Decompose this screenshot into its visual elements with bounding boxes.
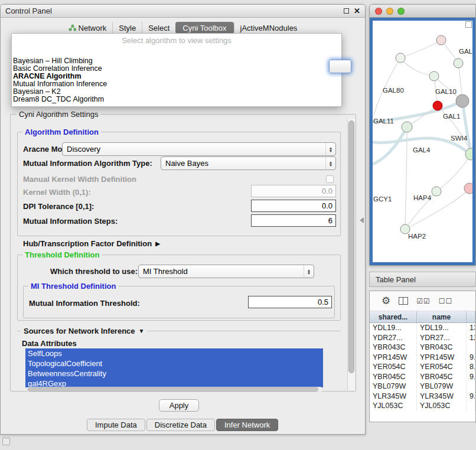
network-tab-icon xyxy=(69,24,76,31)
node[interactable] xyxy=(454,58,463,68)
dpi-tolerance-label: DPI Tolerance [0,1]: xyxy=(23,202,94,211)
manual-kernel-checkbox[interactable] xyxy=(326,175,334,183)
algorithm-option[interactable]: Mutual Information Inference xyxy=(12,80,341,88)
data-attributes-list: SelfLoops TopologicalCoefficient Between… xyxy=(25,348,323,387)
list-hscrollbar[interactable] xyxy=(27,387,323,392)
gear-icon[interactable]: ⚙ xyxy=(382,295,390,307)
table-row[interactable]: YJL053CYJL053C xyxy=(370,401,475,411)
mi-threshold-label: Mutual Information Threshold: xyxy=(29,299,140,308)
list-item[interactable]: BetweennessCentrality xyxy=(25,369,323,379)
tab-discretize-data[interactable]: Discretize Data xyxy=(146,419,215,431)
hub-definition-expander[interactable]: Hub/Transcription Factor Definition ▶ xyxy=(23,239,160,248)
tab-infer-network[interactable]: Infer Network xyxy=(216,419,278,431)
table-row[interactable]: YPR145WYPR145W9. xyxy=(370,353,475,363)
tab-cyni-toolbox[interactable]: Cyni Toolbox xyxy=(175,22,233,34)
control-panel-titlebar: Control Panel ✕ xyxy=(1,5,365,18)
close-icon[interactable]: ✕ xyxy=(354,8,360,14)
network-view-window: GAL GAL80 GAL10 GAL11 GAL1 SWI4 GAL4 GCY… xyxy=(369,4,476,266)
mi-threshold-group-title: MI Threshold Definition xyxy=(28,282,118,291)
table-row[interactable]: YER054CYER054C8. xyxy=(370,362,475,372)
mi-threshold-field[interactable]: 0.5 xyxy=(248,296,332,308)
node[interactable] xyxy=(429,71,439,81)
algorithm-option[interactable]: Dream8 DC_TDC Algorithm xyxy=(12,96,341,103)
mi-steps-label: Mutual Information Steps: xyxy=(23,217,118,226)
network-graph[interactable]: GAL GAL80 GAL10 GAL11 GAL1 SWI4 GAL4 GCY… xyxy=(373,21,474,263)
node[interactable] xyxy=(436,35,446,45)
table-row[interactable]: YBR045CYBR045C9. xyxy=(370,372,475,382)
sources-collapser[interactable]: Sources for Network Inference ▼ xyxy=(21,327,147,335)
control-panel-window: Control Panel ✕ Network Style Select Cyn… xyxy=(0,4,366,435)
algorithm-definition-title: Algorithm Definition xyxy=(22,128,101,136)
column-header-name[interactable]: name xyxy=(417,311,467,322)
deselect-all-checks-icon[interactable]: ☐☐ xyxy=(439,297,453,305)
tab-style[interactable]: Style xyxy=(112,22,142,34)
node-label: GAL11 xyxy=(373,118,394,125)
settings-vscrollbar[interactable] xyxy=(347,119,355,390)
table-row[interactable]: YBL079WYBL079W xyxy=(370,381,475,392)
manual-kernel-label: Manual Kernel Width Definition xyxy=(23,175,136,184)
node-label: GAL4 xyxy=(413,146,431,154)
expander-right-icon: ▶ xyxy=(155,240,160,247)
apply-button[interactable]: Apply xyxy=(159,399,199,412)
table-row[interactable]: YDR27...YDR27...12 xyxy=(370,333,475,343)
network-node-labels: GAL GAL80 GAL10 GAL11 GAL1 SWI4 GAL4 GCY… xyxy=(373,48,473,240)
table-header-row: shared... name xyxy=(370,311,475,323)
tab-jactivemnodules[interactable]: jActiveMNodules xyxy=(234,22,304,34)
algorithm-prompt: Select algorithm to view settings xyxy=(12,36,341,45)
node-hap4[interactable] xyxy=(432,187,441,196)
list-item[interactable]: TopologicalCoefficient xyxy=(25,358,323,369)
tab-network[interactable]: Network xyxy=(63,22,113,34)
node-label: SWI4 xyxy=(451,135,468,142)
node-red[interactable] xyxy=(433,101,442,110)
algorithm-select-popup: Select algorithm to view settings Bayesi… xyxy=(11,33,342,107)
node-label: HAP4 xyxy=(413,194,432,201)
zoom-traffic-light[interactable] xyxy=(397,8,405,15)
which-threshold-select[interactable]: MI Threshold ▲▼ xyxy=(138,265,314,278)
kernel-width-field[interactable]: 0.0 xyxy=(251,185,336,197)
bottom-left-panel-icon[interactable] xyxy=(2,438,10,445)
table-row[interactable]: YBR043CYBR043C xyxy=(370,343,475,353)
float-panel-icon[interactable] xyxy=(344,8,349,14)
node-label: GCY1 xyxy=(373,195,392,203)
mi-type-value: Naive Bayes xyxy=(165,159,208,168)
minimize-traffic-light[interactable] xyxy=(386,8,393,15)
column-header-cut[interactable] xyxy=(467,311,475,322)
node-label: GAL80 xyxy=(383,87,404,94)
table-panel-title: Table Panel xyxy=(376,275,416,284)
mi-steps-field[interactable]: 6 xyxy=(251,214,336,227)
node-gal10[interactable] xyxy=(456,94,469,107)
node-pink[interactable] xyxy=(464,183,474,194)
table-row[interactable]: YDL19...YDL19...13 xyxy=(370,323,475,333)
birdseye-widget-icon[interactable] xyxy=(465,21,472,28)
list-item[interactable]: SelfLoops xyxy=(25,348,323,358)
list-hscrollbar-thumb[interactable] xyxy=(28,387,318,392)
dpi-tolerance-field[interactable]: 0.0 xyxy=(251,200,336,212)
columns-icon[interactable] xyxy=(399,297,408,305)
select-all-checks-icon[interactable]: ☑☑ xyxy=(416,297,431,305)
combo-arrows-icon: ▲▼ xyxy=(304,265,314,278)
tab-select[interactable]: Select xyxy=(142,22,175,34)
table-panel-header: Table Panel xyxy=(369,272,476,287)
control-panel-title: Control Panel xyxy=(5,6,52,15)
kernel-width-label: Kernel Width (0,1): xyxy=(23,188,91,197)
list-item[interactable]: gal4RGexp xyxy=(25,379,323,387)
which-threshold-value: MI Threshold xyxy=(143,267,188,276)
table-body: YDL19...YDL19...13 YDR27...YDR27...12 YB… xyxy=(370,323,475,411)
node-gal1[interactable] xyxy=(402,122,412,132)
table-toolbar: ⚙ ☑☑ ☐☐ xyxy=(370,291,475,311)
node-label: GAL xyxy=(459,48,473,55)
aracne-mode-select[interactable]: Discovery ▲▼ xyxy=(62,142,336,156)
which-threshold-label: Which threshold to use: xyxy=(50,267,138,276)
focused-combo-fragment[interactable] xyxy=(329,60,351,73)
splitter-collapse-arrow[interactable] xyxy=(360,217,364,223)
close-traffic-light[interactable] xyxy=(375,8,382,15)
mi-type-label: Mutual Information Algorithm Type: xyxy=(23,159,152,168)
node-label: HAP2 xyxy=(408,233,426,240)
settings-vscrollbar-thumb[interactable] xyxy=(348,120,354,373)
table-row[interactable]: YLR345WYLR345W9. xyxy=(370,392,475,402)
column-header-shared-name[interactable]: shared... xyxy=(370,311,417,322)
expander-down-icon: ▼ xyxy=(139,328,145,334)
tab-impute-data[interactable]: Impute Data xyxy=(87,419,145,431)
mi-type-select[interactable]: Naive Bayes ▲▼ xyxy=(161,156,336,170)
node[interactable] xyxy=(396,53,405,63)
